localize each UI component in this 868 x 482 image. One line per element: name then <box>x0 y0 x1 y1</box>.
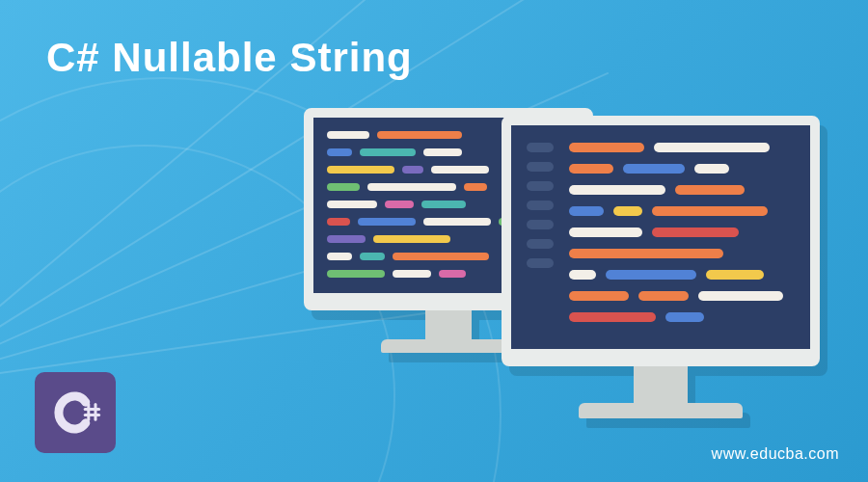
code-bar <box>652 206 768 216</box>
csharp-logo <box>35 372 116 453</box>
sidebar-bar <box>527 258 554 268</box>
code-bar <box>623 164 685 174</box>
code-bar <box>613 206 642 216</box>
monitor-front <box>502 116 820 418</box>
site-url: www.educba.com <box>712 445 839 463</box>
code-bar <box>367 183 456 191</box>
code-bar <box>393 253 489 260</box>
code-bar <box>423 218 491 226</box>
code-bar <box>385 201 414 208</box>
code-bar <box>402 166 423 174</box>
screen-sidebar <box>527 143 554 334</box>
code-bar <box>360 148 416 156</box>
code-bar <box>327 131 369 139</box>
code-bar <box>464 183 487 191</box>
code-bar <box>393 270 431 278</box>
code-bar <box>569 185 665 195</box>
stand-base <box>381 339 516 353</box>
code-bar <box>431 166 489 174</box>
code-bar <box>327 183 360 191</box>
code-row <box>569 164 795 174</box>
sidebar-bar <box>527 239 554 249</box>
code-bar <box>638 291 689 301</box>
screen-lines <box>569 143 795 334</box>
code-bar <box>569 249 723 258</box>
code-bar <box>706 270 764 280</box>
sidebar-bar <box>527 143 554 152</box>
code-bar <box>569 143 644 152</box>
code-row <box>569 143 795 152</box>
code-bar <box>327 253 352 260</box>
sidebar-bar <box>527 162 554 172</box>
stand-neck <box>425 310 472 339</box>
screen-front <box>502 116 820 366</box>
csharp-icon <box>46 384 104 442</box>
stand-base <box>579 403 743 418</box>
sidebar-bar <box>527 201 554 210</box>
stand-neck <box>634 366 688 403</box>
code-bar <box>569 291 629 301</box>
code-bar <box>652 228 739 237</box>
code-bar <box>675 185 745 195</box>
code-row <box>569 249 795 258</box>
code-bar <box>358 218 416 226</box>
code-bar <box>665 312 704 322</box>
code-row <box>569 270 795 280</box>
code-bar <box>569 206 604 216</box>
code-bar <box>327 166 394 174</box>
code-bar <box>327 270 385 278</box>
code-bar <box>606 270 696 280</box>
code-bar <box>327 235 366 243</box>
code-bar <box>569 312 656 322</box>
code-row <box>569 291 795 301</box>
code-bar <box>327 218 350 226</box>
code-bar <box>694 164 729 174</box>
code-bar <box>360 253 385 260</box>
code-bar <box>439 270 466 278</box>
code-bar <box>569 228 642 237</box>
sidebar-bar <box>527 220 554 229</box>
sidebar-bar <box>527 181 554 191</box>
code-bar <box>654 143 770 152</box>
code-bar <box>373 235 450 243</box>
code-bar <box>327 148 352 156</box>
code-bar <box>423 148 462 156</box>
code-row <box>569 206 795 216</box>
code-bar <box>569 164 613 174</box>
code-row <box>569 312 795 322</box>
code-row <box>569 228 795 237</box>
code-row <box>569 185 795 195</box>
code-bar <box>421 201 466 208</box>
code-bar <box>377 131 462 139</box>
code-bar <box>569 270 596 280</box>
page-title: C# Nullable String <box>46 35 413 81</box>
code-bar <box>698 291 783 301</box>
code-bar <box>327 201 377 208</box>
